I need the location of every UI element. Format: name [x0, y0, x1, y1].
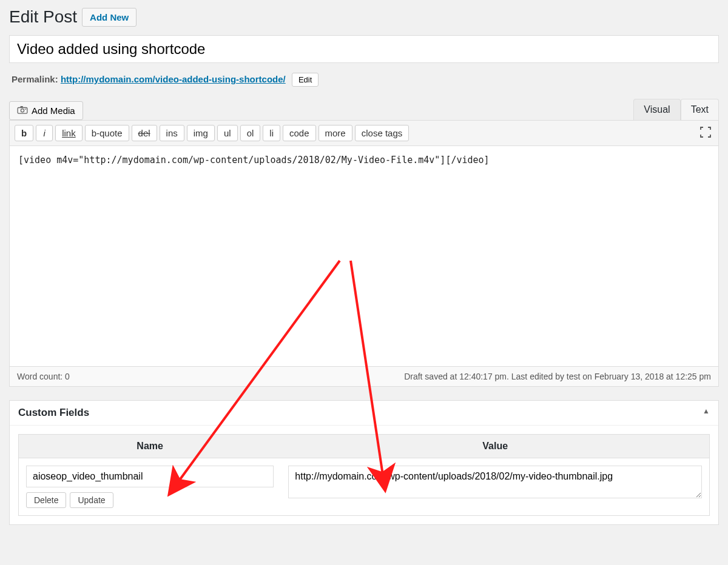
- add-media-label: Add Media: [32, 105, 75, 116]
- permalink-edit-button[interactable]: Edit: [292, 73, 318, 87]
- editor-tab-visual[interactable]: Visual: [633, 99, 680, 120]
- post-title-input[interactable]: [9, 35, 719, 63]
- tool-code[interactable]: code: [283, 125, 316, 141]
- save-status: Draft saved at 12:40:17 pm. Last edited …: [404, 372, 711, 381]
- page-title: Edit Post: [9, 7, 77, 27]
- tool-ol[interactable]: ol: [240, 125, 261, 141]
- tool-img[interactable]: img: [187, 125, 215, 141]
- cf-name-header: Name: [19, 435, 281, 458]
- tool-more[interactable]: more: [318, 125, 352, 141]
- tool-close-tags[interactable]: close tags: [355, 125, 410, 141]
- tool-del[interactable]: del: [132, 125, 157, 141]
- permalink-link[interactable]: http://mydomain.com/video-added-using-sh…: [61, 74, 286, 84]
- fullscreen-icon[interactable]: [698, 124, 713, 142]
- tool-italic[interactable]: i: [36, 125, 53, 141]
- tool-bquote[interactable]: b-quote: [85, 125, 129, 141]
- cf-value-textarea[interactable]: [288, 466, 702, 498]
- svg-rect-2: [21, 106, 23, 108]
- add-media-button[interactable]: Add Media: [9, 101, 83, 120]
- word-count: Word count: 0: [17, 372, 70, 381]
- cf-value-header: Value: [281, 435, 709, 458]
- svg-rect-0: [18, 108, 27, 114]
- table-row: Delete Update: [19, 458, 710, 516]
- custom-fields-title: Custom Fields: [18, 407, 89, 419]
- add-new-button[interactable]: Add New: [82, 8, 136, 27]
- custom-fields-panel-header[interactable]: Custom Fields ▲: [10, 401, 718, 426]
- tool-ins[interactable]: ins: [160, 125, 184, 141]
- collapse-icon: ▲: [703, 407, 710, 419]
- tool-ul[interactable]: ul: [217, 125, 238, 141]
- text-editor-toolbar: b i link b-quote del ins img ul ol li co…: [10, 121, 718, 146]
- tool-link[interactable]: link: [55, 125, 83, 141]
- editor-tab-text[interactable]: Text: [681, 99, 719, 120]
- post-content-textarea[interactable]: [10, 146, 718, 364]
- tool-li[interactable]: li: [263, 125, 280, 141]
- cf-update-button[interactable]: Update: [70, 492, 113, 508]
- svg-point-1: [21, 109, 24, 112]
- permalink-label: Permalink:: [12, 74, 58, 84]
- tool-bold[interactable]: b: [15, 125, 33, 141]
- camera-icon: [17, 105, 28, 116]
- cf-delete-button[interactable]: Delete: [26, 492, 66, 508]
- cf-name-input[interactable]: [26, 466, 274, 487]
